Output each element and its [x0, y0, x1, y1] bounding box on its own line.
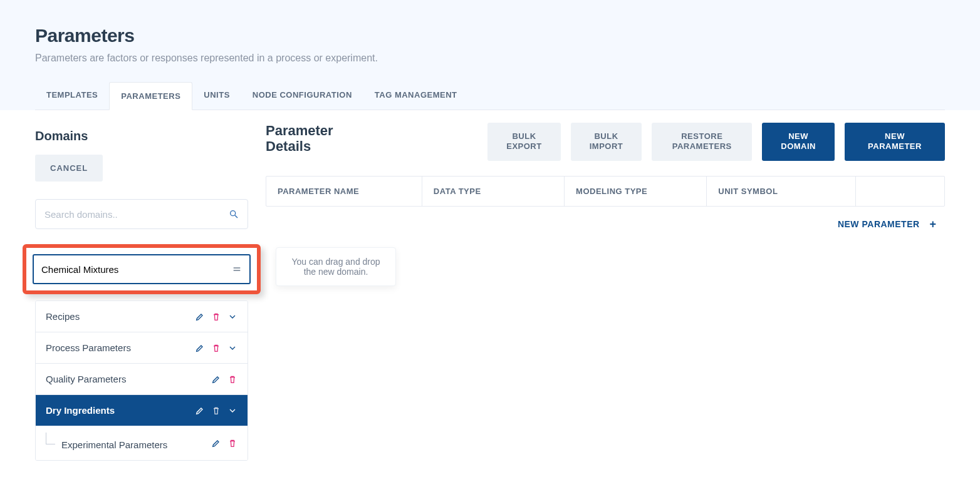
col-unit-symbol[interactable]: UNIT SYMBOL [707, 177, 856, 206]
domain-row-label: Process Parameters [46, 342, 131, 353]
restore-parameters-button[interactable]: RESTORE PARAMETERS [652, 123, 752, 161]
drag-handle-icon[interactable] [232, 264, 242, 274]
new-parameter-button[interactable]: NEW PARAMETER [845, 123, 945, 161]
trash-icon[interactable] [211, 312, 221, 322]
domain-row-quality-parameters[interactable]: Quality Parameters [36, 364, 248, 395]
trash-icon[interactable] [227, 438, 237, 448]
edit-icon[interactable] [211, 374, 221, 384]
domain-row-label: Recipes [46, 311, 80, 322]
search-icon[interactable] [229, 209, 239, 219]
trash-icon[interactable] [211, 406, 221, 416]
domain-row-label: Quality Parameters [46, 374, 126, 384]
domain-row-recipes[interactable]: Recipes [36, 301, 248, 332]
chevron-down-icon[interactable] [227, 312, 237, 322]
edit-icon[interactable] [195, 312, 205, 322]
domain-row-label: Experimental Parameters [46, 436, 167, 450]
new-domain-input-wrap[interactable] [33, 254, 251, 284]
domain-row-experimental-parameters[interactable]: Experimental Parameters [36, 426, 248, 460]
col-parameter-name[interactable]: PARAMETER NAME [266, 177, 422, 206]
svg-point-0 [231, 211, 236, 216]
cancel-button[interactable]: CANCEL [35, 155, 103, 182]
page-subtitle: Parameters are factors or responses repr… [35, 53, 945, 64]
parameter-details-heading: Parameter Details [266, 123, 372, 155]
new-domain-button[interactable]: NEW DOMAIN [762, 123, 835, 161]
col-modeling-type[interactable]: MODELING TYPE [565, 177, 707, 206]
edit-icon[interactable] [195, 343, 205, 353]
col-data-type[interactable]: DATA TYPE [422, 177, 565, 206]
bulk-import-button[interactable]: BULK IMPORT [571, 123, 642, 161]
search-domains-field[interactable] [35, 199, 248, 229]
chevron-down-icon[interactable] [227, 343, 237, 353]
tab-tag-management[interactable]: TAG MANAGEMENT [363, 81, 469, 110]
search-domains-input[interactable] [44, 209, 229, 220]
tabbar: TEMPLATES PARAMETERS UNITS NODE CONFIGUR… [35, 81, 945, 110]
domains-heading: Domains [35, 129, 248, 143]
tab-parameters[interactable]: PARAMETERS [109, 82, 192, 110]
new-domain-highlight [23, 244, 261, 294]
trash-icon[interactable] [211, 343, 221, 353]
domain-row-dry-ingredients[interactable]: Dry Ingredients [36, 395, 248, 426]
bulk-export-button[interactable]: BULK EXPORT [487, 123, 560, 161]
plus-icon: + [927, 218, 939, 231]
edit-icon[interactable] [195, 406, 205, 416]
new-parameter-link[interactable]: NEW PARAMETER + [266, 207, 945, 231]
drag-drop-tooltip: You can drag and drop the new domain. [276, 247, 396, 286]
domain-row-process-parameters[interactable]: Process Parameters [36, 332, 248, 364]
edit-icon[interactable] [211, 438, 221, 448]
new-domain-input[interactable] [41, 264, 232, 275]
parameter-table: PARAMETER NAME DATA TYPE MODELING TYPE U… [266, 176, 945, 207]
new-parameter-link-label: NEW PARAMETER [838, 219, 920, 229]
col-actions [856, 177, 944, 206]
chevron-down-icon[interactable] [227, 406, 237, 416]
tab-units[interactable]: UNITS [192, 81, 241, 110]
svg-line-1 [235, 215, 237, 218]
trash-icon[interactable] [227, 374, 237, 384]
tab-templates[interactable]: TEMPLATES [35, 81, 109, 110]
domain-list: Recipes Process Parameters [35, 300, 248, 461]
domain-row-label: Dry Ingredients [46, 405, 115, 416]
page-title: Parameters [35, 25, 945, 46]
parameter-table-header: PARAMETER NAME DATA TYPE MODELING TYPE U… [266, 177, 944, 206]
tab-node-configuration[interactable]: NODE CONFIGURATION [241, 81, 363, 110]
